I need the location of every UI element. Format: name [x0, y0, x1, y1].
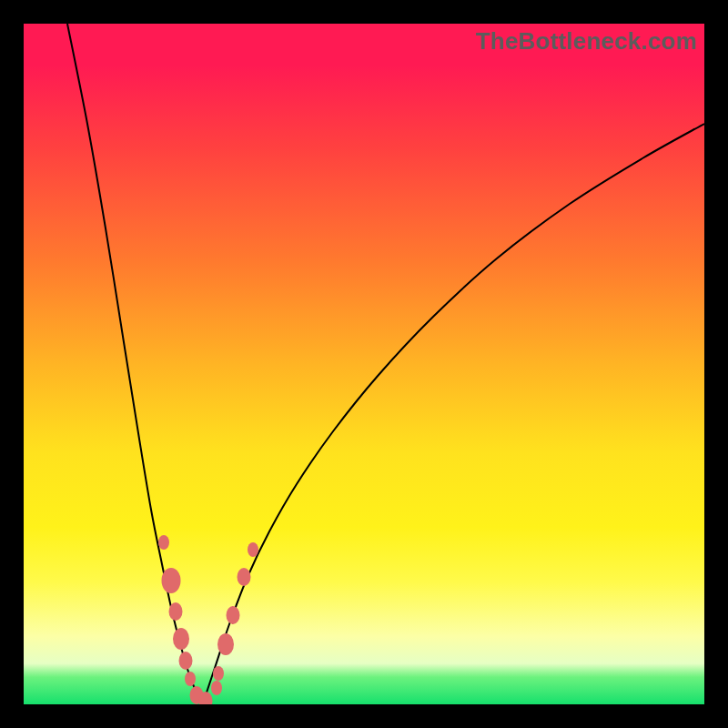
curve-left-arm — [67, 24, 203, 703]
plot-area: TheBottleneck.com — [24, 24, 704, 704]
data-marker — [213, 666, 224, 681]
data-marker — [217, 633, 234, 655]
data-marker — [162, 568, 181, 593]
data-marker — [185, 672, 196, 686]
curve-right-arm — [203, 124, 704, 703]
data-marker — [173, 628, 189, 650]
data-marker — [169, 602, 183, 621]
chart-frame: TheBottleneck.com — [0, 0, 728, 728]
data-marker — [238, 568, 251, 586]
markers-group — [158, 535, 258, 704]
data-marker — [158, 535, 169, 550]
data-marker — [227, 606, 240, 624]
data-marker — [179, 652, 193, 670]
data-marker — [211, 681, 222, 695]
curve-layer — [24, 24, 704, 704]
data-marker — [248, 542, 258, 557]
